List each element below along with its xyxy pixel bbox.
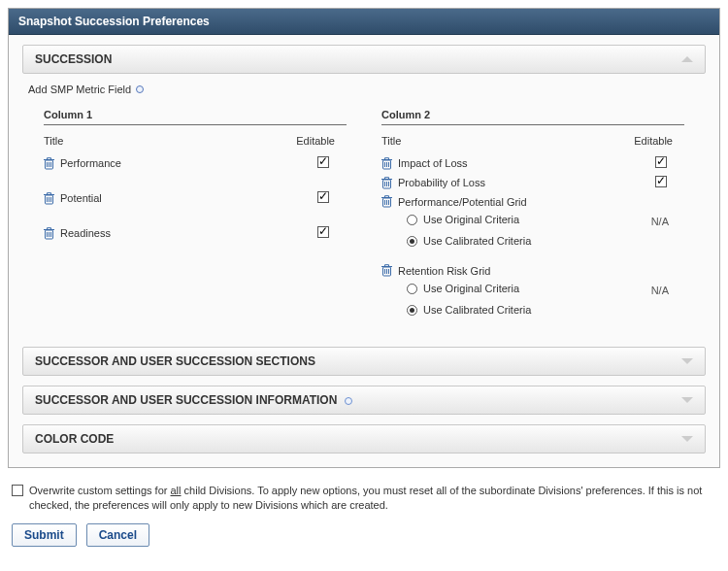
section-successor-info[interactable]: SUCCESSOR AND USER SUCCESSION INFORMATIO…: [22, 386, 706, 415]
section-successor-info-label: SUCCESSOR AND USER SUCCESSION INFORMATIO…: [35, 393, 352, 407]
expand-icon: [681, 436, 693, 442]
col2-title-label: Title: [381, 135, 401, 147]
editable-checkbox[interactable]: [317, 191, 329, 203]
metric-title: Readiness: [60, 227, 111, 239]
trash-icon[interactable]: [381, 157, 392, 170]
section-color-code-label: COLOR CODE: [35, 432, 114, 446]
overwrite-option: Overwrite custom settings for all child …: [12, 484, 716, 514]
trash-icon[interactable]: [44, 157, 54, 170]
criteria-label: Use Calibrated Criteria: [423, 235, 531, 247]
metric-title: Potential: [60, 192, 102, 204]
metric-title: Performance: [60, 157, 121, 169]
metric-title: Impact of Loss: [398, 157, 468, 169]
col2-editable-label: Editable: [634, 135, 673, 147]
overwrite-checkbox[interactable]: [12, 485, 23, 496]
cancel-button[interactable]: Cancel: [86, 523, 149, 547]
column-1-heading: Column 1: [44, 109, 347, 125]
trash-icon[interactable]: [44, 192, 54, 205]
col1-row: Potential: [44, 191, 347, 205]
col1-editable-label: Editable: [296, 135, 335, 147]
overwrite-text: Overwrite custom settings for all child …: [29, 484, 716, 514]
add-smp-metric-link[interactable]: Add SMP Metric Field: [28, 84, 144, 95]
columns-container: Column 1 Title Editable PerformancePoten…: [22, 109, 706, 347]
trash-icon[interactable]: [381, 177, 392, 189]
editable-checkbox[interactable]: [317, 226, 329, 238]
section-succession[interactable]: SUCCESSION: [22, 45, 706, 74]
col2-row: Impact of Loss: [381, 156, 684, 170]
submit-button[interactable]: Submit: [12, 523, 77, 547]
section-successor-sections[interactable]: SUCCESSOR AND USER SUCCESSION SECTIONS: [22, 347, 706, 376]
column-2: Column 2 Title Editable Impact of LossPr…: [381, 109, 684, 333]
button-bar: Submit Cancel: [12, 523, 716, 547]
column-2-labels: Title Editable: [381, 135, 684, 147]
editable-na: N/A: [651, 216, 684, 227]
column-1-labels: Title Editable: [44, 135, 347, 147]
add-link-label: Add SMP Metric Field: [28, 84, 131, 95]
help-icon[interactable]: [345, 397, 352, 405]
section-color-code[interactable]: COLOR CODE: [22, 424, 706, 453]
grid-title: Performance/Potential Grid: [398, 196, 527, 208]
column-1: Column 1 Title Editable PerformancePoten…: [44, 109, 347, 333]
metric-title: Probability of Loss: [398, 177, 485, 188]
col1-title-label: Title: [44, 135, 63, 147]
editable-checkbox[interactable]: [655, 176, 667, 187]
trash-icon[interactable]: [381, 195, 392, 208]
expand-icon: [681, 358, 693, 364]
criteria-label: Use Original Criteria: [423, 214, 519, 225]
col1-row: Performance: [44, 156, 347, 170]
collapse-icon: [681, 56, 693, 62]
expand-icon: [681, 397, 693, 403]
grid-block: Retention Risk GridUse Original Criteria…: [381, 264, 684, 319]
section-successor-sections-label: SUCCESSOR AND USER SUCCESSION SECTIONS: [35, 354, 315, 368]
criteria-label: Use Calibrated Criteria: [423, 304, 531, 316]
editable-checkbox[interactable]: [317, 156, 329, 168]
trash-icon[interactable]: [44, 227, 54, 240]
grid-block: Performance/Potential GridUse Original C…: [381, 195, 684, 251]
panel-title: Snapshot Succession Preferences: [9, 9, 719, 35]
preferences-panel: Snapshot Succession Preferences SUCCESSI…: [8, 8, 720, 468]
criteria-radio[interactable]: [407, 236, 417, 247]
criteria-radio[interactable]: [407, 284, 417, 294]
col1-row: Readiness: [44, 226, 347, 240]
section-succession-label: SUCCESSION: [35, 52, 112, 66]
add-icon: [136, 85, 144, 93]
grid-title: Retention Risk Grid: [398, 265, 490, 277]
panel-body: SUCCESSION Add SMP Metric Field Column 1…: [9, 35, 719, 467]
criteria-label: Use Original Criteria: [423, 283, 519, 294]
column-2-heading: Column 2: [381, 109, 684, 125]
editable-na: N/A: [651, 285, 684, 296]
criteria-radio[interactable]: [407, 215, 417, 225]
trash-icon[interactable]: [381, 264, 392, 277]
col2-row: Probability of Loss: [381, 176, 684, 189]
criteria-radio[interactable]: [407, 305, 417, 316]
editable-checkbox[interactable]: [655, 156, 667, 168]
